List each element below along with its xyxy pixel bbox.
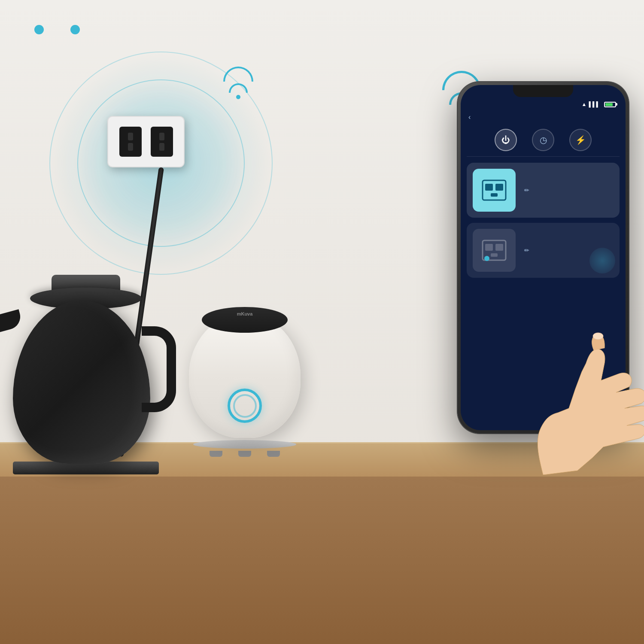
edit-icon-switch2[interactable]: ✏ <box>524 187 529 194</box>
wifi-arc-large <box>223 67 253 82</box>
dot-icon-1 <box>34 25 44 34</box>
feature-row <box>34 25 85 34</box>
dot-icon-2 <box>70 25 80 34</box>
feature-item-1 <box>34 25 49 34</box>
power-icon: ⏻ <box>501 135 510 145</box>
plug-socket-1 <box>119 127 142 157</box>
divider <box>467 156 620 157</box>
energy-icon-button[interactable]: ⚡ <box>569 129 592 151</box>
switch2-card[interactable]: ✏ <box>467 163 620 218</box>
signal-icon: ▌▌▌ <box>589 101 600 107</box>
kettle-body <box>13 301 150 464</box>
power-icon-button[interactable]: ⏻ <box>495 129 517 151</box>
finger-hand <box>517 295 644 477</box>
speaker-cap: mKuva <box>202 307 288 333</box>
svg-rect-1 <box>485 184 493 191</box>
speaker-base <box>193 440 296 449</box>
outlet-icon-switch2 <box>479 175 509 205</box>
svg-point-9 <box>593 333 603 340</box>
chevron-left-icon: ‹ <box>468 113 471 121</box>
phone: ▲ ▌▌▌ ‹ ⏻ <box>457 82 629 434</box>
timer-icon-button[interactable]: ◷ <box>532 129 554 151</box>
switch2-name: ✏ <box>522 187 614 194</box>
smart-plug <box>107 116 185 167</box>
kettle-handle <box>142 326 176 412</box>
wifi-arc-medium <box>229 83 248 93</box>
switch2-info: ✏ <box>522 187 614 194</box>
speaker-ring <box>228 389 262 423</box>
plug-hole-bottom-2 <box>159 143 164 151</box>
speaker-brand-label: mKuva <box>237 311 253 316</box>
svg-rect-3 <box>491 193 498 197</box>
switch1-info: ✏ <box>522 247 614 254</box>
plug-socket-2 <box>151 127 173 157</box>
svg-point-8 <box>484 256 489 261</box>
plug-hole-top-2 <box>159 133 164 140</box>
battery-indicator <box>604 102 616 107</box>
speaker-foot-1 <box>210 451 222 457</box>
nav-bar: ‹ <box>461 111 626 125</box>
outlet-icon-switch1 <box>479 235 509 265</box>
electric-kettle <box>13 301 159 474</box>
feature-item-2 <box>70 25 85 34</box>
edit-icon-switch1[interactable]: ✏ <box>524 247 529 254</box>
plug-body <box>107 116 185 167</box>
speaker-feet <box>202 451 288 457</box>
smart-speaker: mKuva <box>189 313 301 457</box>
switch1-icon-box <box>473 229 516 272</box>
svg-rect-6 <box>495 244 503 251</box>
speaker-foot-2 <box>238 451 251 457</box>
app-icons-row: ⏻ ◷ ⚡ <box>461 125 626 156</box>
below-shelf <box>0 477 644 644</box>
back-button[interactable]: ‹ <box>468 113 472 121</box>
header-section <box>34 17 85 34</box>
status-icons: ▲ ▌▌▌ <box>582 101 616 107</box>
switch1-card[interactable]: ✏ <box>467 223 620 278</box>
speaker-ring-inner <box>233 394 257 418</box>
wifi-status-icon: ▲ <box>582 101 587 107</box>
speaker-foot-3 <box>267 451 280 457</box>
switch2-icon-box <box>473 169 516 212</box>
hand-svg <box>517 295 644 475</box>
svg-rect-7 <box>491 253 498 257</box>
switch1-name: ✏ <box>522 247 614 254</box>
switches-area: ✏ <box>461 163 626 278</box>
phone-notch <box>513 85 573 97</box>
plug-hole-top <box>128 133 133 140</box>
kettle-body-wrapper <box>13 301 159 474</box>
plug-hole-bottom <box>128 143 133 151</box>
speaker-body: mKuva <box>189 313 301 438</box>
battery-fill <box>605 103 613 106</box>
wifi-dot <box>236 95 240 99</box>
svg-rect-2 <box>495 184 503 191</box>
speaker-wrapper: mKuva <box>189 313 301 457</box>
energy-icon: ⚡ <box>575 135 586 145</box>
svg-rect-5 <box>485 244 493 251</box>
wifi-signal-plug <box>223 67 253 99</box>
timer-icon: ◷ <box>540 135 547 145</box>
